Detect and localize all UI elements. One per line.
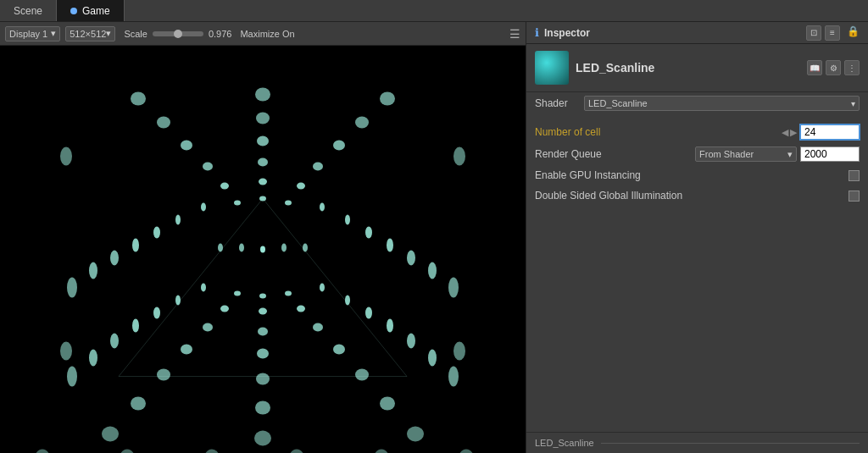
scale-thumb [174, 30, 182, 38]
display-label: Display 1 [9, 29, 47, 39]
svg-point-25 [365, 307, 372, 319]
inspector-header: ℹ Inspector ⊡ ≡ 🔒 [526, 22, 868, 44]
viewport-section: Display 1 ▾ 512×512 ▾ Scale 0.976 Maximi… [0, 22, 526, 453]
inspector-info-icon: ℹ [535, 26, 539, 39]
scale-slider[interactable] [153, 31, 203, 36]
svg-point-21 [428, 262, 437, 279]
settings-icon-button[interactable]: ≡ [825, 25, 840, 41]
svg-point-19 [387, 239, 393, 252]
double-sided-row: Double Sided Global Illumination [526, 185, 868, 206]
save-icon-button[interactable]: ⊡ [806, 25, 821, 41]
svg-point-29 [448, 367, 459, 387]
bottom-material-label: LED_Scanline [535, 438, 594, 448]
properties-section: Number of cell ◀ ▶ Render Queue From Sha… [526, 114, 868, 213]
render-queue-value-input[interactable] [800, 146, 860, 162]
svg-point-44 [355, 117, 369, 129]
svg-point-27 [407, 334, 415, 349]
svg-point-5 [132, 239, 139, 252]
svg-point-46 [255, 88, 270, 102]
display-select[interactable]: Display 1 ▾ [5, 26, 60, 41]
svg-point-41 [333, 141, 345, 151]
svg-point-20 [407, 251, 415, 266]
svg-point-22 [448, 278, 459, 298]
svg-point-12 [132, 319, 139, 333]
svg-point-38 [313, 163, 323, 171]
svg-point-78 [453, 147, 465, 166]
svg-point-18 [365, 227, 372, 239]
tab-scene[interactable]: Scene [0, 0, 57, 21]
svg-point-17 [345, 215, 350, 225]
number-of-cell-label: Number of cell [535, 126, 782, 138]
material-more-icon[interactable]: ⋮ [844, 60, 860, 75]
shader-select[interactable]: LED_Scanline ▾ [584, 96, 860, 111]
svg-point-67 [254, 431, 271, 446]
maximize-button[interactable]: Maximize On [240, 29, 294, 39]
svg-point-11 [153, 307, 160, 319]
number-of-cell-row: Number of cell ◀ ▶ [526, 121, 868, 143]
svg-point-26 [387, 319, 393, 333]
lock-icon[interactable]: 🔒 [847, 25, 860, 41]
tab-game[interactable]: Game [57, 0, 125, 21]
svg-point-33 [220, 183, 229, 190]
number-of-cell-right-arrow[interactable]: ▶ [790, 127, 797, 138]
svg-point-9 [201, 284, 206, 292]
material-book-icon[interactable]: 📖 [807, 60, 822, 75]
render-queue-select[interactable]: From Shader ▾ [695, 146, 797, 162]
resolution-label: 512×512 [70, 29, 106, 39]
svg-point-63 [131, 397, 146, 411]
shader-row: Shader LED_Scanline ▾ [526, 92, 868, 114]
svg-point-3 [175, 215, 181, 225]
number-of-cell-left-arrow[interactable]: ◀ [782, 127, 788, 138]
material-settings-icon[interactable]: ⚙ [826, 60, 841, 75]
scale-label: Scale [124, 29, 147, 39]
resolution-select[interactable]: 512×512 ▾ [65, 26, 115, 41]
tab-bar: Scene Game [0, 0, 868, 22]
svg-point-68 [407, 427, 424, 442]
svg-point-60 [157, 369, 170, 381]
svg-point-77 [60, 342, 72, 361]
svg-point-62 [355, 369, 369, 381]
svg-point-8 [67, 278, 77, 298]
material-preview-thumbnail [535, 51, 569, 85]
svg-point-35 [297, 183, 305, 190]
svg-point-40 [257, 136, 269, 146]
svg-point-79 [453, 342, 465, 361]
double-sided-checkbox[interactable] [849, 191, 860, 202]
inspector-header-icons: ⊡ ≡ 🔒 [806, 25, 860, 41]
number-of-cell-input[interactable] [800, 124, 860, 140]
svg-point-57 [181, 345, 192, 355]
svg-point-37 [258, 158, 268, 167]
svg-point-4 [153, 227, 160, 239]
gpu-instancing-row: Enable GPU Instancing [526, 165, 868, 185]
svg-point-28 [428, 350, 437, 367]
material-action-icons: 📖 ⚙ ⋮ [807, 60, 860, 75]
svg-point-10 [175, 296, 181, 306]
tab-game-label: Game [82, 5, 110, 17]
svg-point-64 [255, 401, 270, 415]
render-queue-select-arrow: ▾ [787, 149, 793, 160]
display-arrow-icon: ▾ [51, 28, 56, 39]
material-header: LED_Scanline 📖 ⚙ ⋮ [526, 44, 868, 92]
bottom-divider [601, 443, 860, 444]
svg-point-24 [345, 296, 350, 306]
inspector-title: Inspector [544, 27, 590, 39]
material-name: LED_Scanline [576, 61, 654, 75]
svg-point-45 [131, 92, 146, 106]
svg-point-71 [281, 244, 287, 252]
svg-point-16 [320, 203, 325, 212]
svg-point-32 [285, 201, 292, 206]
svg-point-58 [257, 349, 269, 359]
gpu-instancing-label: Enable GPU Instancing [535, 169, 849, 181]
bottom-section: LED_Scanline [526, 432, 868, 453]
svg-point-53 [297, 306, 305, 312]
menu-icon[interactable]: ☰ [509, 27, 520, 41]
svg-point-34 [259, 179, 267, 185]
svg-point-7 [89, 262, 97, 279]
svg-point-2 [201, 203, 206, 212]
svg-point-13 [110, 334, 119, 349]
gpu-instancing-checkbox[interactable] [849, 170, 860, 181]
svg-point-52 [259, 308, 267, 315]
render-queue-select-value: From Shader [699, 149, 754, 159]
game-dot-icon [70, 8, 77, 14]
shader-label: Shader [535, 97, 577, 109]
